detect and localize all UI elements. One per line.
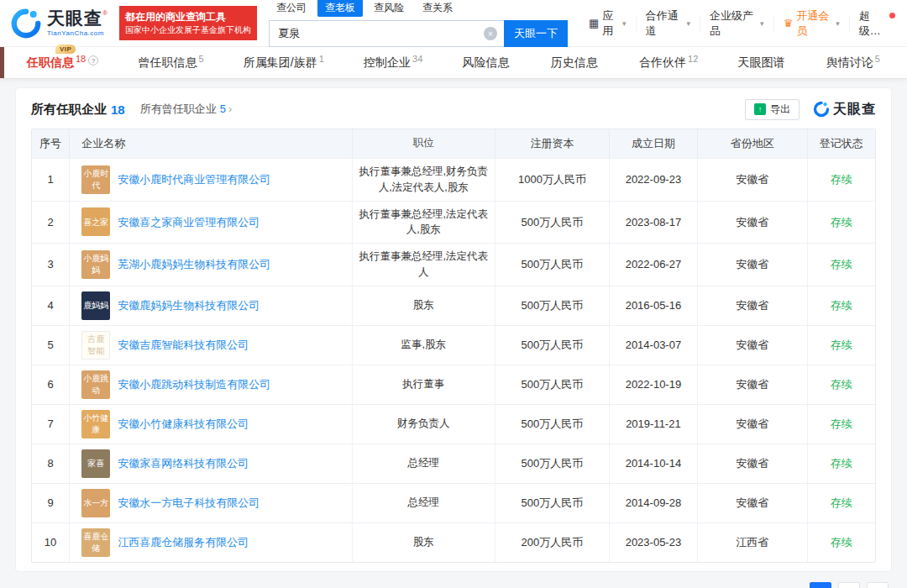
province-cell: 安徽省 bbox=[698, 244, 808, 286]
search-tab-company[interactable]: 查公司 bbox=[269, 0, 314, 17]
tab-history-info[interactable]: 历史信息 bbox=[551, 55, 600, 71]
info-icon[interactable]: ? bbox=[88, 55, 98, 66]
chevron-right-icon: › bbox=[228, 102, 232, 115]
capital-cell: 500万人民币 bbox=[495, 202, 610, 244]
position-cell: 执行董事兼总经理,法定代表人 bbox=[353, 244, 496, 286]
row-index: 5 bbox=[32, 326, 70, 365]
position-cell: 股东 bbox=[353, 523, 496, 562]
tab-controlled-companies[interactable]: 控制企业34 bbox=[364, 55, 422, 71]
company-logo: 吉鹿智能 bbox=[81, 331, 110, 360]
menu-super-label: 超级… bbox=[859, 8, 888, 39]
province-cell: 江西省 bbox=[698, 523, 808, 562]
logo-swirl-icon bbox=[10, 8, 42, 39]
chevron-down-icon: ▾ bbox=[760, 19, 764, 28]
col-header-capital: 注册资本 bbox=[495, 129, 610, 158]
company-logo: 家喜 bbox=[81, 449, 110, 478]
search-tab-boss[interactable]: 查老板 bbox=[317, 0, 363, 17]
page-button-2[interactable]: 2 bbox=[838, 582, 860, 588]
status-badge: 存续 bbox=[831, 256, 852, 273]
table-row: 1 小鹿时代 安徽小鹿时代商业管理有限公司 执行董事兼总经理,财务负责人,法定代… bbox=[32, 158, 875, 201]
promo-line1: 都在用的商业查询工具 bbox=[125, 10, 251, 24]
tab-past-positions[interactable]: 曾任职信息5 bbox=[138, 55, 203, 71]
province-cell: 安徽省 bbox=[698, 286, 808, 325]
company-link[interactable]: 江西喜鹿仓储服务有限公司 bbox=[118, 534, 249, 551]
company-cell: 小竹健康 安徽小竹健康科技有限公司 bbox=[70, 405, 352, 444]
row-index: 8 bbox=[32, 444, 70, 483]
table-header-row: 序号 企业名称 职位 注册资本 成立日期 省份地区 登记状态 bbox=[32, 129, 875, 158]
export-label: 导出 bbox=[770, 102, 790, 117]
menu-super[interactable]: 超级… bbox=[849, 15, 897, 32]
col-header-company: 企业名称 bbox=[70, 129, 352, 158]
tab-partners[interactable]: 合作伙伴12 bbox=[639, 55, 698, 71]
tab-graph[interactable]: 天眼图谱 bbox=[738, 55, 787, 71]
position-cell: 股东 bbox=[353, 286, 496, 325]
company-link[interactable]: 安徽喜之家商业管理有限公司 bbox=[118, 214, 260, 231]
page-button-1[interactable]: 1 bbox=[810, 582, 831, 588]
tab-sentiment[interactable]: 舆情讨论5 bbox=[826, 55, 880, 71]
status-cell: 存续 bbox=[808, 444, 875, 483]
company-link[interactable]: 安徽小竹健康科技有限公司 bbox=[118, 416, 249, 433]
search-tab-risk[interactable]: 查风险 bbox=[366, 0, 412, 17]
tianyancha-logo[interactable]: 天眼查® TianYanCha.com bbox=[10, 8, 107, 39]
menu-enterprise-label: 企业级产品 bbox=[710, 8, 757, 39]
menu-apps[interactable]: ▦ 应用 ▾ bbox=[579, 15, 636, 32]
status-cell: 存续 bbox=[808, 523, 875, 562]
tab-group[interactable]: 所属集团/族群1 bbox=[244, 55, 324, 71]
table-row: 7 小竹健康 安徽小竹健康科技有限公司 财务负责人 500万人民币 2019-1… bbox=[32, 404, 875, 444]
watermark-swirl-icon bbox=[813, 101, 830, 118]
tab-positions[interactable]: VIP 任职信息18? bbox=[27, 55, 98, 71]
company-logo: 小鹿妈妈 bbox=[81, 250, 110, 279]
status-badge: 存续 bbox=[831, 455, 852, 472]
date-cell: 2023-05-23 bbox=[610, 523, 698, 562]
province-cell: 安徽省 bbox=[698, 444, 808, 483]
company-link[interactable]: 安徽家喜网络科技有限公司 bbox=[118, 455, 249, 472]
col-header-province: 省份地区 bbox=[698, 129, 808, 158]
status-badge: 存续 bbox=[831, 171, 852, 188]
top-header: 天眼查® TianYanCha.com 都在用的商业查询工具 国家中小企业发展子… bbox=[0, 0, 907, 47]
company-link[interactable]: 安徽吉鹿智能科技有限公司 bbox=[118, 337, 249, 354]
company-link[interactable]: 安徽水一方电子科技有限公司 bbox=[118, 495, 260, 512]
status-cell: 存续 bbox=[808, 286, 875, 325]
export-button[interactable]: ↑ 导出 bbox=[745, 99, 800, 120]
capital-cell: 500万人民币 bbox=[495, 365, 610, 404]
company-cell: 喜鹿仓储 江西喜鹿仓储服务有限公司 bbox=[70, 523, 352, 562]
registered-mark: ® bbox=[102, 9, 107, 17]
status-cell: 存续 bbox=[808, 244, 875, 286]
province-cell: 安徽省 bbox=[698, 405, 808, 444]
company-logo: 小竹健康 bbox=[81, 410, 110, 438]
company-link[interactable]: 安徽小鹿时代商业管理有限公司 bbox=[118, 171, 270, 188]
company-link[interactable]: 安徽小鹿跳动科技制造有限公司 bbox=[118, 376, 270, 393]
status-cell: 存续 bbox=[808, 484, 875, 522]
company-logo: 水一方 bbox=[81, 489, 110, 517]
company-logo: 喜之家 bbox=[81, 207, 110, 236]
logo-cn: 天眼查 bbox=[47, 8, 102, 28]
date-cell: 2014-10-14 bbox=[610, 444, 698, 483]
past-positions-link[interactable]: 所有曾任职企业5› bbox=[140, 102, 233, 117]
search-tab-relation[interactable]: 查关系 bbox=[415, 0, 460, 17]
table-row: 4 鹿妈妈 安徽鹿妈妈生物科技有限公司 股东 500万人民币 2016-05-1… bbox=[32, 286, 875, 325]
tab-risk-info[interactable]: 风险信息 bbox=[463, 55, 511, 71]
next-page-button[interactable]: › bbox=[867, 582, 889, 588]
search-button[interactable]: 天眼一下 bbox=[504, 20, 568, 47]
pagination: 1 2 › bbox=[18, 582, 889, 588]
menu-enterprise[interactable]: 企业级产品 ▾ bbox=[700, 15, 773, 32]
watermark-text: 天眼查 bbox=[833, 101, 876, 118]
crown-icon: ♛ bbox=[784, 17, 794, 29]
province-cell: 安徽省 bbox=[698, 484, 808, 522]
table-row: 6 小鹿跳动 安徽小鹿跳动科技制造有限公司 执行董事 500万人民币 2022-… bbox=[32, 365, 875, 404]
status-badge: 存续 bbox=[831, 297, 852, 314]
vip-badge: VIP bbox=[55, 45, 76, 54]
company-link[interactable]: 芜湖小鹿妈妈生物科技有限公司 bbox=[118, 256, 270, 273]
search-input[interactable] bbox=[269, 20, 504, 47]
row-index: 1 bbox=[32, 159, 70, 201]
menu-partners[interactable]: 合作通道 ▾ bbox=[636, 15, 700, 32]
company-cell: 家喜 安徽家喜网络科技有限公司 bbox=[70, 444, 352, 483]
section-title: 所有任职企业 bbox=[31, 102, 107, 118]
chevron-down-icon: ▾ bbox=[686, 19, 690, 28]
table-row: 5 吉鹿智能 安徽吉鹿智能科技有限公司 监事,股东 500万人民币 2014-0… bbox=[32, 325, 875, 365]
menu-vip[interactable]: ♛ 开通会员 ▾ bbox=[773, 15, 849, 32]
capital-cell: 500万人民币 bbox=[495, 286, 610, 325]
company-link[interactable]: 安徽鹿妈妈生物科技有限公司 bbox=[118, 297, 260, 314]
capital-cell: 500万人民币 bbox=[495, 484, 610, 522]
clear-icon[interactable]: × bbox=[484, 27, 497, 40]
